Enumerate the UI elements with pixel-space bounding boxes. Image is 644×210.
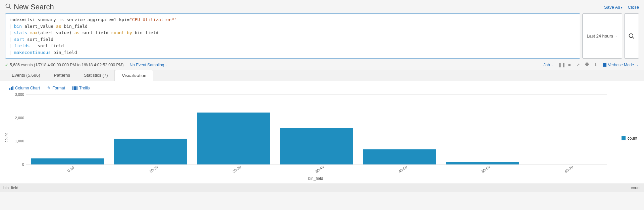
chevron-down-icon: ⌄ [551, 64, 553, 67]
page-title: New Search [5, 3, 54, 11]
y-tick-label: 3,000 [15, 92, 26, 96]
share-icon[interactable]: ↗ [576, 62, 581, 67]
svg-rect-5 [11, 87, 12, 90]
search-input[interactable]: index=itsi_summary is_service_aggregate=… [5, 13, 580, 59]
y-axis-label: count [3, 133, 9, 142]
events-count-text: 5,686 events (1/7/18 4:00:00.000 PM to 1… [10, 63, 124, 67]
tab-visualization[interactable]: Visualization [115, 70, 153, 81]
chart-bar[interactable] [446, 162, 519, 164]
y-tick-label: 2,000 [15, 116, 26, 120]
column-chart[interactable]: 01,0002,0003,000 [26, 94, 607, 165]
check-icon: ✓ [5, 63, 8, 67]
chart-legend: count [622, 136, 637, 141]
trellis-button[interactable]: Trellis [72, 86, 90, 90]
save-as-link[interactable]: Save As▾ [604, 5, 623, 10]
page-title-text: New Search [14, 3, 54, 11]
chevron-down-icon: ⌄ [165, 64, 167, 67]
time-range-picker[interactable]: Last 24 hours⌄ [582, 13, 622, 59]
legend-swatch [622, 136, 626, 140]
search-mode-dropdown[interactable]: Verbose Mode⌄ [603, 63, 639, 67]
event-sampling-dropdown[interactable]: No Event Sampling⌄ [130, 63, 168, 67]
svg-line-3 [633, 37, 634, 39]
stop-icon[interactable]: ■ [567, 62, 572, 67]
chevron-down-icon: ▾ [621, 6, 623, 9]
y-tick-label: 1,000 [15, 139, 26, 143]
tab-patterns[interactable]: Patterns [47, 70, 77, 81]
pencil-icon [47, 86, 51, 90]
chevron-down-icon: ⌄ [615, 34, 618, 38]
chart-type-picker[interactable]: Column Chart [9, 86, 40, 90]
format-button[interactable]: Format [47, 86, 65, 90]
close-link[interactable]: Close [628, 5, 639, 10]
chevron-down-icon: ⌄ [637, 63, 639, 66]
svg-rect-4 [9, 88, 10, 90]
svg-rect-6 [12, 86, 13, 90]
mode-indicator-icon [603, 63, 606, 67]
job-dropdown[interactable]: Job⌄ [543, 63, 553, 67]
trellis-icon [72, 86, 77, 90]
legend-label: count [628, 136, 637, 141]
search-icon [5, 3, 12, 11]
y-tick-label: 0 [22, 162, 26, 166]
download-icon[interactable]: ⤓ [593, 62, 598, 67]
print-icon[interactable] [584, 62, 590, 68]
tab-statistics[interactable]: Statistics (7) [77, 70, 115, 81]
svg-line-1 [9, 7, 11, 9]
svg-point-0 [6, 4, 10, 8]
pause-icon[interactable]: ❚❚ [558, 62, 564, 67]
svg-point-2 [629, 33, 633, 38]
run-search-button[interactable] [624, 13, 639, 59]
tab-events[interactable]: Events (5,686) [5, 70, 47, 81]
